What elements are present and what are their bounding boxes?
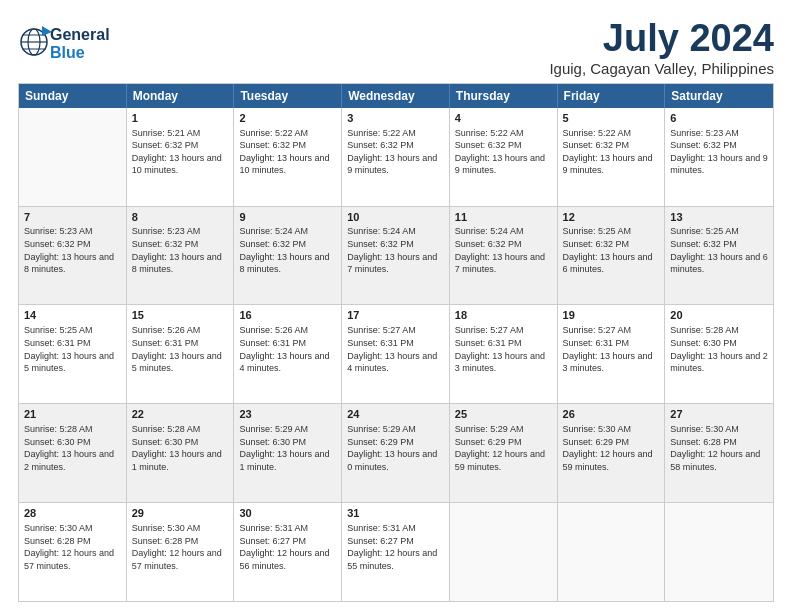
calendar-cell: 12Sunrise: 5:25 AMSunset: 6:32 PMDayligh… xyxy=(558,207,666,305)
cell-info: Sunrise: 5:22 AMSunset: 6:32 PMDaylight:… xyxy=(347,127,444,177)
day-number: 29 xyxy=(132,506,229,521)
calendar-cell: 7Sunrise: 5:23 AMSunset: 6:32 PMDaylight… xyxy=(19,207,127,305)
day-number: 26 xyxy=(563,407,660,422)
cell-info: Sunrise: 5:30 AMSunset: 6:28 PMDaylight:… xyxy=(24,522,121,572)
cell-info: Sunrise: 5:31 AMSunset: 6:27 PMDaylight:… xyxy=(239,522,336,572)
day-number: 12 xyxy=(563,210,660,225)
calendar-cell: 13Sunrise: 5:25 AMSunset: 6:32 PMDayligh… xyxy=(665,207,773,305)
calendar-cell xyxy=(19,108,127,206)
calendar-cell: 14Sunrise: 5:25 AMSunset: 6:31 PMDayligh… xyxy=(19,305,127,403)
cell-info: Sunrise: 5:24 AMSunset: 6:32 PMDaylight:… xyxy=(347,225,444,275)
location-title: Iguig, Cagayan Valley, Philippines xyxy=(549,60,774,77)
cell-info: Sunrise: 5:22 AMSunset: 6:32 PMDaylight:… xyxy=(563,127,660,177)
calendar-cell: 11Sunrise: 5:24 AMSunset: 6:32 PMDayligh… xyxy=(450,207,558,305)
day-number: 30 xyxy=(239,506,336,521)
day-number: 2 xyxy=(239,111,336,126)
cell-info: Sunrise: 5:28 AMSunset: 6:30 PMDaylight:… xyxy=(670,324,768,374)
calendar-cell: 27Sunrise: 5:30 AMSunset: 6:28 PMDayligh… xyxy=(665,404,773,502)
logo: General Blue xyxy=(18,18,128,70)
calendar-cell xyxy=(558,503,666,601)
day-number: 24 xyxy=(347,407,444,422)
day-number: 8 xyxy=(132,210,229,225)
calendar-cell: 23Sunrise: 5:29 AMSunset: 6:30 PMDayligh… xyxy=(234,404,342,502)
cell-info: Sunrise: 5:23 AMSunset: 6:32 PMDaylight:… xyxy=(132,225,229,275)
day-number: 5 xyxy=(563,111,660,126)
day-number: 14 xyxy=(24,308,121,323)
calendar-row-1: 1Sunrise: 5:21 AMSunset: 6:32 PMDaylight… xyxy=(19,108,773,206)
cell-info: Sunrise: 5:24 AMSunset: 6:32 PMDaylight:… xyxy=(239,225,336,275)
calendar-cell: 3Sunrise: 5:22 AMSunset: 6:32 PMDaylight… xyxy=(342,108,450,206)
calendar-cell: 20Sunrise: 5:28 AMSunset: 6:30 PMDayligh… xyxy=(665,305,773,403)
day-number: 13 xyxy=(670,210,768,225)
day-number: 3 xyxy=(347,111,444,126)
calendar-cell xyxy=(665,503,773,601)
day-number: 17 xyxy=(347,308,444,323)
cell-info: Sunrise: 5:28 AMSunset: 6:30 PMDaylight:… xyxy=(24,423,121,473)
calendar-cell: 29Sunrise: 5:30 AMSunset: 6:28 PMDayligh… xyxy=(127,503,235,601)
cell-info: Sunrise: 5:26 AMSunset: 6:31 PMDaylight:… xyxy=(239,324,336,374)
header-day-monday: Monday xyxy=(127,84,235,108)
logo-svg: General Blue xyxy=(18,18,128,66)
day-number: 23 xyxy=(239,407,336,422)
header: General Blue July 2024 Iguig, Cagayan Va… xyxy=(18,18,774,77)
day-number: 9 xyxy=(239,210,336,225)
calendar-cell: 4Sunrise: 5:22 AMSunset: 6:32 PMDaylight… xyxy=(450,108,558,206)
calendar-cell: 30Sunrise: 5:31 AMSunset: 6:27 PMDayligh… xyxy=(234,503,342,601)
calendar-cell: 17Sunrise: 5:27 AMSunset: 6:31 PMDayligh… xyxy=(342,305,450,403)
cell-info: Sunrise: 5:26 AMSunset: 6:31 PMDaylight:… xyxy=(132,324,229,374)
logo-blue-text: Blue xyxy=(50,44,85,61)
cell-info: Sunrise: 5:31 AMSunset: 6:27 PMDaylight:… xyxy=(347,522,444,572)
cell-info: Sunrise: 5:23 AMSunset: 6:32 PMDaylight:… xyxy=(24,225,121,275)
day-number: 6 xyxy=(670,111,768,126)
calendar-cell: 9Sunrise: 5:24 AMSunset: 6:32 PMDaylight… xyxy=(234,207,342,305)
page: General Blue July 2024 Iguig, Cagayan Va… xyxy=(0,0,792,612)
calendar-cell: 22Sunrise: 5:28 AMSunset: 6:30 PMDayligh… xyxy=(127,404,235,502)
calendar-cell: 24Sunrise: 5:29 AMSunset: 6:29 PMDayligh… xyxy=(342,404,450,502)
calendar-cell: 15Sunrise: 5:26 AMSunset: 6:31 PMDayligh… xyxy=(127,305,235,403)
day-number: 11 xyxy=(455,210,552,225)
cell-info: Sunrise: 5:29 AMSunset: 6:30 PMDaylight:… xyxy=(239,423,336,473)
day-number: 4 xyxy=(455,111,552,126)
calendar-cell: 31Sunrise: 5:31 AMSunset: 6:27 PMDayligh… xyxy=(342,503,450,601)
header-day-wednesday: Wednesday xyxy=(342,84,450,108)
day-number: 7 xyxy=(24,210,121,225)
calendar-cell: 6Sunrise: 5:23 AMSunset: 6:32 PMDaylight… xyxy=(665,108,773,206)
calendar-row-2: 7Sunrise: 5:23 AMSunset: 6:32 PMDaylight… xyxy=(19,206,773,305)
cell-info: Sunrise: 5:24 AMSunset: 6:32 PMDaylight:… xyxy=(455,225,552,275)
day-number: 16 xyxy=(239,308,336,323)
day-number: 27 xyxy=(670,407,768,422)
day-number: 21 xyxy=(24,407,121,422)
calendar-cell: 5Sunrise: 5:22 AMSunset: 6:32 PMDaylight… xyxy=(558,108,666,206)
calendar-cell: 25Sunrise: 5:29 AMSunset: 6:29 PMDayligh… xyxy=(450,404,558,502)
calendar-body: 1Sunrise: 5:21 AMSunset: 6:32 PMDaylight… xyxy=(19,108,773,601)
cell-info: Sunrise: 5:22 AMSunset: 6:32 PMDaylight:… xyxy=(239,127,336,177)
header-day-saturday: Saturday xyxy=(665,84,773,108)
calendar-cell: 8Sunrise: 5:23 AMSunset: 6:32 PMDaylight… xyxy=(127,207,235,305)
calendar-cell: 28Sunrise: 5:30 AMSunset: 6:28 PMDayligh… xyxy=(19,503,127,601)
calendar-cell: 21Sunrise: 5:28 AMSunset: 6:30 PMDayligh… xyxy=(19,404,127,502)
day-number: 25 xyxy=(455,407,552,422)
cell-info: Sunrise: 5:28 AMSunset: 6:30 PMDaylight:… xyxy=(132,423,229,473)
month-title: July 2024 xyxy=(549,18,774,60)
cell-info: Sunrise: 5:27 AMSunset: 6:31 PMDaylight:… xyxy=(563,324,660,374)
day-number: 18 xyxy=(455,308,552,323)
cell-info: Sunrise: 5:25 AMSunset: 6:32 PMDaylight:… xyxy=(563,225,660,275)
day-number: 19 xyxy=(563,308,660,323)
calendar-header: SundayMondayTuesdayWednesdayThursdayFrid… xyxy=(19,84,773,108)
calendar-row-3: 14Sunrise: 5:25 AMSunset: 6:31 PMDayligh… xyxy=(19,304,773,403)
day-number: 15 xyxy=(132,308,229,323)
cell-info: Sunrise: 5:25 AMSunset: 6:32 PMDaylight:… xyxy=(670,225,768,275)
header-day-friday: Friday xyxy=(558,84,666,108)
cell-info: Sunrise: 5:29 AMSunset: 6:29 PMDaylight:… xyxy=(455,423,552,473)
calendar-row-5: 28Sunrise: 5:30 AMSunset: 6:28 PMDayligh… xyxy=(19,502,773,601)
cell-info: Sunrise: 5:29 AMSunset: 6:29 PMDaylight:… xyxy=(347,423,444,473)
calendar-cell: 16Sunrise: 5:26 AMSunset: 6:31 PMDayligh… xyxy=(234,305,342,403)
day-number: 22 xyxy=(132,407,229,422)
cell-info: Sunrise: 5:22 AMSunset: 6:32 PMDaylight:… xyxy=(455,127,552,177)
header-day-thursday: Thursday xyxy=(450,84,558,108)
day-number: 28 xyxy=(24,506,121,521)
header-day-sunday: Sunday xyxy=(19,84,127,108)
cell-info: Sunrise: 5:27 AMSunset: 6:31 PMDaylight:… xyxy=(347,324,444,374)
day-number: 20 xyxy=(670,308,768,323)
cell-info: Sunrise: 5:30 AMSunset: 6:28 PMDaylight:… xyxy=(132,522,229,572)
